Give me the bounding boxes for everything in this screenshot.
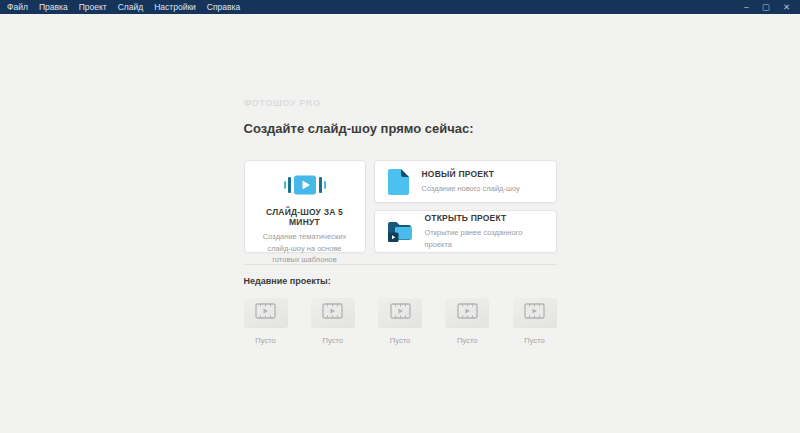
minimize-icon[interactable]: – (744, 3, 749, 12)
empty-thumbnail-label: Пусто (445, 336, 489, 345)
start-screen: ФОТОШОУ PRO Создайте слайд-шоу прямо сей… (244, 98, 557, 345)
menu-item[interactable]: Проект (79, 2, 107, 12)
menu-item[interactable]: Настройки (154, 2, 196, 12)
filmstrip-play-icon (322, 303, 343, 323)
close-icon[interactable]: ✕ (783, 3, 790, 12)
menu-item[interactable]: Правка (39, 2, 68, 12)
empty-thumbnail-label: Пусто (513, 336, 557, 345)
filmstrip-play-icon (457, 303, 478, 323)
filmstrip-play-icon (390, 303, 411, 323)
filmstrip-play-icon (524, 303, 545, 323)
card-new-project[interactable]: НОВЫЙ ПРОЕКТ Создание нового слайд-шоу (374, 160, 557, 203)
menu-item[interactable]: Файл (7, 2, 28, 12)
maximize-icon[interactable]: ▢ (762, 3, 770, 12)
recent-projects-row: Пусто (244, 298, 557, 345)
card-title: ОТКРЫТЬ ПРОЕКТ (425, 213, 544, 223)
recent-project-slot[interactable]: Пусто (311, 298, 355, 345)
menu-item[interactable]: Справка (207, 2, 240, 12)
menu-items: ФайлПравкаПроектСлайдНастройкиСправка (7, 2, 240, 12)
open-folder-icon (387, 219, 413, 244)
recent-project-slot[interactable]: Пусто (445, 298, 489, 345)
empty-thumbnail (244, 298, 288, 328)
new-document-icon (387, 168, 410, 196)
empty-thumbnail (513, 298, 557, 328)
menubar: ФайлПравкаПроектСлайдНастройкиСправка – … (0, 0, 800, 14)
menu-item[interactable]: Слайд (118, 2, 144, 12)
empty-thumbnail (378, 298, 422, 328)
empty-thumbnail (445, 298, 489, 328)
app-watermark: ФОТОШОУ PRO (244, 98, 557, 108)
recent-project-slot[interactable]: Пусто (378, 298, 422, 345)
page-title: Создайте слайд-шоу прямо сейчас: (244, 121, 557, 136)
card-open-project[interactable]: ОТКРЫТЬ ПРОЕКТ Открытие ранее созданного… (374, 210, 557, 253)
card-title: НОВЫЙ ПРОЕКТ (422, 169, 520, 179)
recent-projects-label: Недавние проекты: (244, 276, 557, 286)
right-cards-column: НОВЫЙ ПРОЕКТ Создание нового слайд-шоу О… (374, 160, 557, 253)
card-title: СЛАЙД-ШОУ ЗА 5 МИНУТ (254, 207, 356, 227)
filmstrip-play-icon (255, 303, 276, 323)
card-slideshow-5min[interactable]: СЛАЙД-ШОУ ЗА 5 МИНУТ Создание тематическ… (244, 160, 366, 253)
play-square-with-bars-icon (284, 174, 326, 196)
empty-thumbnail-label: Пусто (311, 336, 355, 345)
action-cards: СЛАЙД-ШОУ ЗА 5 МИНУТ Создание тематическ… (244, 160, 557, 253)
card-subtitle: Открытие ранее созданного проекта (425, 227, 544, 250)
window-controls: – ▢ ✕ (744, 3, 790, 12)
recent-project-slot[interactable]: Пусто (513, 298, 557, 345)
recent-project-slot[interactable]: Пусто (244, 298, 288, 345)
empty-thumbnail-label: Пусто (244, 336, 288, 345)
card-subtitle: Создание нового слайд-шоу (422, 183, 520, 195)
card-subtitle: Создание тематических слайд-шоу на основ… (254, 231, 356, 266)
empty-thumbnail (311, 298, 355, 328)
empty-thumbnail-label: Пусто (378, 336, 422, 345)
